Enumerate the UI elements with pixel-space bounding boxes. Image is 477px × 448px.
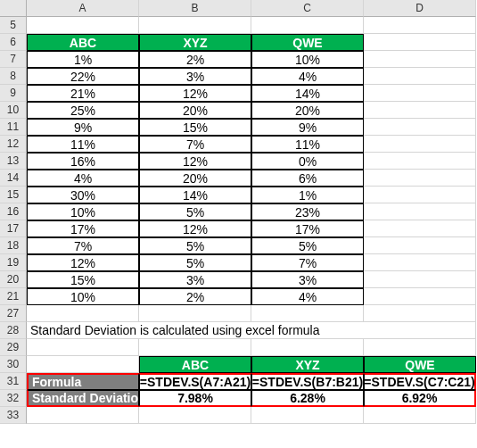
data-cell[interactable]: 7% <box>251 254 364 271</box>
data-cell[interactable]: 3% <box>139 68 251 85</box>
data-cell[interactable]: 1% <box>27 51 139 68</box>
data-cell[interactable]: 17% <box>27 220 139 237</box>
table-header-xyz[interactable]: XYZ <box>139 34 251 51</box>
data-cell[interactable]: 2% <box>139 288 251 305</box>
cell[interactable] <box>27 356 139 373</box>
row-header[interactable]: 28 <box>0 322 27 339</box>
col-header-B[interactable]: B <box>139 0 251 17</box>
cell[interactable] <box>364 85 476 102</box>
col-header-A[interactable]: A <box>27 0 139 17</box>
formula-cell[interactable]: =STDEV.S(C7:C21) <box>364 373 476 390</box>
cell[interactable] <box>27 339 139 356</box>
table-header-qwe[interactable]: QWE <box>251 34 364 51</box>
data-cell[interactable]: 16% <box>27 153 139 170</box>
row-header[interactable]: 5 <box>0 17 27 34</box>
data-cell[interactable]: 12% <box>27 254 139 271</box>
cell[interactable] <box>251 407 364 424</box>
data-cell[interactable]: 4% <box>251 288 364 305</box>
cell[interactable] <box>364 339 476 356</box>
data-cell[interactable]: 5% <box>139 237 251 254</box>
data-cell[interactable]: 15% <box>139 119 251 136</box>
data-cell[interactable]: 22% <box>27 68 139 85</box>
data-cell[interactable]: 5% <box>139 203 251 220</box>
table-header-abc[interactable]: ABC <box>27 34 139 51</box>
data-cell[interactable]: 14% <box>251 85 364 102</box>
row-header[interactable]: 6 <box>0 34 27 51</box>
row-header[interactable]: 11 <box>0 119 27 136</box>
row-header[interactable]: 13 <box>0 153 27 170</box>
cell[interactable] <box>364 102 476 119</box>
data-cell[interactable]: 0% <box>251 153 364 170</box>
row-header[interactable]: 27 <box>0 305 27 322</box>
cell[interactable] <box>364 237 476 254</box>
data-cell[interactable]: 9% <box>251 119 364 136</box>
row-header[interactable]: 17 <box>0 220 27 237</box>
row-header[interactable]: 29 <box>0 339 27 356</box>
row-header[interactable]: 33 <box>0 407 27 424</box>
cell[interactable] <box>364 51 476 68</box>
cell[interactable] <box>364 170 476 187</box>
data-cell[interactable]: 3% <box>251 271 364 288</box>
row-header[interactable]: 9 <box>0 85 27 102</box>
cell[interactable] <box>364 17 476 34</box>
stddev-result[interactable]: 7.98% <box>139 390 251 407</box>
data-cell[interactable]: 5% <box>251 237 364 254</box>
row-header[interactable]: 16 <box>0 203 27 220</box>
cell[interactable] <box>364 254 476 271</box>
row-header[interactable]: 14 <box>0 170 27 187</box>
formula-cell[interactable]: =STDEV.S(A7:A21) <box>139 373 251 390</box>
cell[interactable] <box>364 305 476 322</box>
stddev-result[interactable]: 6.92% <box>364 390 476 407</box>
data-cell[interactable]: 30% <box>27 187 139 203</box>
cell[interactable] <box>139 339 251 356</box>
data-cell[interactable]: 12% <box>139 220 251 237</box>
data-cell[interactable]: 17% <box>251 220 364 237</box>
cell[interactable] <box>27 305 139 322</box>
cell[interactable] <box>364 153 476 170</box>
cell[interactable] <box>364 407 476 424</box>
data-cell[interactable]: 21% <box>27 85 139 102</box>
formula-cell[interactable]: =STDEV.S(B7:B21) <box>251 373 364 390</box>
row-header[interactable]: 19 <box>0 254 27 271</box>
row-header[interactable]: 10 <box>0 102 27 119</box>
formula-label[interactable]: Formula <box>27 373 139 390</box>
data-cell[interactable]: 9% <box>27 119 139 136</box>
data-cell[interactable]: 12% <box>139 85 251 102</box>
data-cell[interactable]: 14% <box>139 187 251 203</box>
row-header[interactable]: 20 <box>0 271 27 288</box>
data-cell[interactable]: 7% <box>139 136 251 153</box>
cell[interactable] <box>364 68 476 85</box>
result-header-qwe[interactable]: QWE <box>364 356 476 373</box>
stddev-label[interactable]: Standard Deviation <box>27 390 139 407</box>
data-cell[interactable]: 15% <box>27 271 139 288</box>
col-header-D[interactable]: D <box>364 0 476 17</box>
data-cell[interactable]: 7% <box>27 237 139 254</box>
data-cell[interactable]: 6% <box>251 170 364 187</box>
row-header[interactable]: 12 <box>0 136 27 153</box>
row-header[interactable]: 8 <box>0 68 27 85</box>
data-cell[interactable]: 10% <box>27 288 139 305</box>
row-header[interactable]: 21 <box>0 288 27 305</box>
row-header[interactable]: 15 <box>0 187 27 203</box>
data-cell[interactable]: 25% <box>27 102 139 119</box>
cell[interactable] <box>364 220 476 237</box>
data-cell[interactable]: 5% <box>139 254 251 271</box>
data-cell[interactable]: 4% <box>251 68 364 85</box>
data-cell[interactable]: 1% <box>251 187 364 203</box>
cell[interactable] <box>364 119 476 136</box>
cell[interactable] <box>27 17 139 34</box>
cell[interactable] <box>364 136 476 153</box>
data-cell[interactable]: 20% <box>139 102 251 119</box>
cell[interactable] <box>139 407 251 424</box>
row-header[interactable]: 18 <box>0 237 27 254</box>
cell[interactable] <box>139 17 251 34</box>
cell[interactable] <box>251 339 364 356</box>
cell[interactable] <box>364 187 476 203</box>
data-cell[interactable]: 20% <box>139 170 251 187</box>
data-cell[interactable]: 4% <box>27 170 139 187</box>
row-header[interactable]: 32 <box>0 390 27 407</box>
cell[interactable] <box>364 34 476 51</box>
cell[interactable] <box>251 305 364 322</box>
data-cell[interactable]: 2% <box>139 51 251 68</box>
result-header-abc[interactable]: ABC <box>139 356 251 373</box>
